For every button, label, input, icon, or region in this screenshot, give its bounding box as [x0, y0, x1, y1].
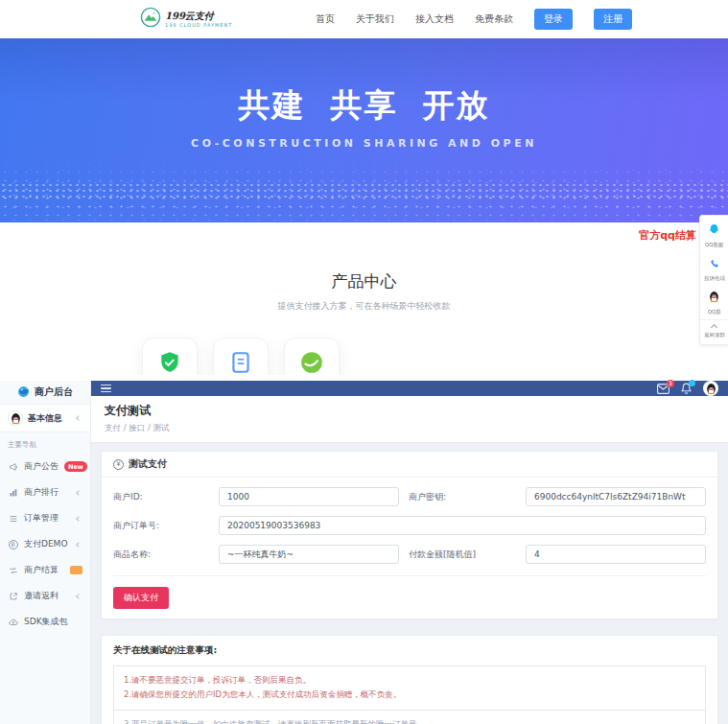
official-qq-note: 官方qq结算: [639, 228, 696, 243]
amount-label: 付款金额[随机值]: [409, 549, 516, 561]
megaphone-icon: [8, 461, 18, 472]
qq-group-label: QQ群: [708, 308, 721, 315]
mail-icon[interactable]: 3: [657, 384, 669, 394]
phone-icon: [709, 255, 720, 273]
phone-label: 投诉电话: [704, 274, 725, 282]
product-name-input[interactable]: [219, 545, 399, 564]
qq-penguin-icon: [708, 289, 720, 307]
sidebar-brand-label: 商户后台: [35, 385, 73, 399]
notes-card: 关于在线测试的注意事项: 1.请不要恶意提交订单，投诉订单，否则后果自负。 2.…: [101, 635, 718, 724]
dashboard-main: 3: [91, 381, 728, 724]
merchant-id-label: 商户ID:: [113, 491, 209, 503]
notes-box: 1.请不要恶意提交订单，投诉订单，否则后果自负。 2.请确保您所提交的用户ID为…: [113, 666, 706, 724]
note-line-2: 2.请确保您所提交的用户ID为您本人，测试支付成功后资金捐赠，概不负责。: [124, 688, 695, 702]
sidebar-section-label: 主要导航: [0, 432, 90, 454]
user-avatar: [8, 410, 23, 426]
register-button[interactable]: 注册: [594, 9, 632, 30]
nav-terms[interactable]: 免费条款: [475, 12, 513, 26]
floating-contact-panel: QQ客服 投诉电话: [699, 215, 728, 345]
sidebar-item-sdk[interactable]: SDK集成包: [0, 609, 90, 635]
sidebar-brand[interactable]: 商户后台: [0, 381, 90, 404]
hero-subtitle: CO-CONSTRUCTION SHARING AND OPEN: [0, 137, 728, 150]
products-subtitle: 提供支付接入方案，可在各种场景中轻松收款: [0, 300, 728, 313]
hero-banner: 共建共享开放 CO-CONSTRUCTION SHARING AND OPEN: [0, 38, 728, 222]
bell-icon[interactable]: [681, 383, 692, 394]
chevron-left-icon: [76, 516, 82, 522]
back-to-top-item[interactable]: 返回顶部: [700, 319, 728, 342]
topbar-avatar[interactable]: [703, 381, 718, 396]
notes-group-1: 1.请不要恶意提交订单，投诉订单，否则后果自负。 2.请确保您所提交的用户ID为…: [114, 666, 705, 710]
sidebar-item-pay-demo[interactable]: B 支付DEMO: [0, 531, 90, 557]
sidebar-user-row[interactable]: 基本信息: [0, 404, 90, 432]
note-line-3: 3.商品订单号为唯一值，如中途放弃测试，请直接刷新页面获取最新的唯一订单号。: [124, 717, 695, 724]
amount-input[interactable]: [526, 545, 706, 564]
bar-chart-icon: [8, 487, 18, 498]
back-to-top-label: 返回顶部: [704, 331, 725, 339]
globe-icon: [17, 385, 30, 400]
sidebar-item-orders[interactable]: 订单管理: [0, 505, 90, 531]
sidebar-item-invite[interactable]: 邀请返利: [0, 583, 90, 609]
chevron-left-icon: [76, 415, 82, 421]
qq-group-item[interactable]: QQ群: [700, 286, 728, 319]
chevron-up-icon: [711, 324, 717, 331]
page-header: 支付测试 支付 / 接口 / 测试: [91, 396, 728, 443]
document-icon: [228, 350, 253, 375]
nav-docs[interactable]: 接入文档: [415, 12, 454, 26]
chevron-left-icon: [76, 542, 82, 548]
qq-service-item[interactable]: QQ客服: [700, 219, 728, 252]
yen-circle-icon: ¥: [113, 459, 124, 470]
green-circle-icon: [299, 350, 324, 375]
page-title: 支付测试: [105, 403, 715, 419]
products-title: 产品中心: [0, 270, 728, 292]
nav-about[interactable]: 关于我们: [356, 12, 394, 26]
test-pay-card-header: ¥ 测试支付: [102, 452, 717, 478]
topbar: 3: [91, 381, 728, 396]
login-button[interactable]: 登录: [534, 9, 573, 30]
new-badge: New: [64, 461, 87, 472]
sidebar-item-ranking[interactable]: 商户排行: [0, 479, 90, 505]
product-cards-row: [142, 338, 728, 375]
chevron-left-icon: [76, 490, 82, 496]
dashboard-section: 商户后台 基本信息 主要导航: [0, 375, 728, 724]
product-card-orders[interactable]: [213, 338, 269, 375]
notes-title: 关于在线测试的注意事项:: [102, 636, 717, 664]
product-card-wechat[interactable]: [284, 338, 340, 375]
particle-wave-band: [0, 182, 728, 198]
mail-badge: 3: [667, 380, 674, 387]
page: 199云支付 199 CLOUD PAYMENT 首页 关于我们 接入文档 免费…: [0, 0, 728, 724]
test-pay-form: 商户ID: 商户密钥: 商户订单号: 商品名称: 付款金额[随机值]: [102, 478, 717, 619]
sidebar-item-announcements[interactable]: 商户公告 New: [0, 454, 90, 479]
nav-home[interactable]: 首页: [316, 12, 335, 26]
logo-mountain-icon: [140, 7, 161, 32]
site-logo[interactable]: 199云支付 199 CLOUD PAYMENT: [140, 7, 232, 32]
product-card-security[interactable]: [142, 338, 198, 375]
confirm-pay-button[interactable]: 确认支付: [113, 587, 169, 609]
logo-title: 199云支付: [165, 12, 232, 21]
list-icon: [8, 513, 18, 524]
bell-badge-dot: [689, 380, 695, 386]
sidebar-item-settlement[interactable]: 商户结算: [0, 557, 90, 583]
shield-icon: [157, 350, 182, 375]
note-line-1: 1.请不要恶意提交订单，投诉订单，否则后果自负。: [124, 673, 695, 688]
download-icon: [8, 617, 18, 627]
transfer-icon: [8, 565, 18, 575]
sidebar: 商户后台 基本信息 主要导航: [0, 381, 91, 724]
order-no-input[interactable]: [219, 516, 706, 535]
test-pay-card-title: 测试支付: [129, 457, 167, 471]
circled-b-icon: B: [8, 539, 18, 549]
merchant-id-input[interactable]: [219, 487, 399, 506]
test-pay-card: ¥ 测试支付 商户ID: 商户密钥: 商户订单号: 商品名称:: [101, 451, 718, 619]
breadcrumb[interactable]: 支付 / 接口 / 测试: [105, 423, 715, 434]
hero-title: 共建共享开放: [0, 84, 728, 128]
qq-blue-icon: [708, 222, 720, 240]
phone-item[interactable]: 投诉电话: [700, 252, 728, 286]
content-area: ¥ 测试支付 商户ID: 商户密钥: 商户订单号: 商品名称:: [91, 443, 728, 724]
chevron-left-icon: [76, 594, 82, 599]
order-no-label: 商户订单号:: [113, 520, 209, 532]
site-nav: 首页 关于我们 接入文档 免费条款 登录 注册: [316, 9, 632, 30]
merchant-key-input[interactable]: [526, 487, 706, 506]
share-icon: [8, 591, 18, 601]
logo-subtitle: 199 CLOUD PAYMENT: [165, 23, 232, 28]
hamburger-menu-icon[interactable]: [101, 383, 111, 395]
site-header: 199云支付 199 CLOUD PAYMENT 首页 关于我们 接入文档 免费…: [0, 0, 728, 38]
